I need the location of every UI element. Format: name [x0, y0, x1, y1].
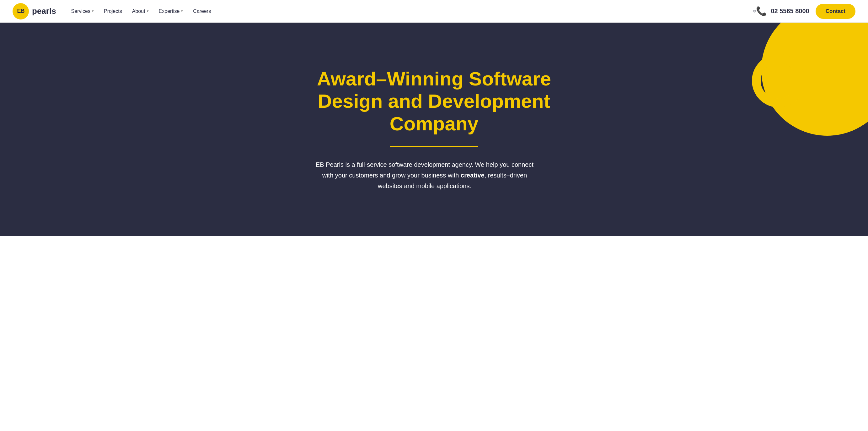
navbar-right: 📞 02 5565 8000 Contact	[753, 4, 856, 19]
nav-item-expertise[interactable]: Expertise ▾	[159, 8, 183, 14]
nav-link-projects[interactable]: Projects	[104, 8, 122, 14]
chevron-down-icon: ▾	[92, 9, 94, 13]
logo-text: pearls	[32, 6, 56, 16]
nav-link-expertise[interactable]: Expertise ▾	[159, 8, 183, 14]
nav-item-services[interactable]: Services ▾	[71, 8, 94, 14]
phone-area: 📞 02 5565 8000	[753, 4, 809, 18]
nav-links: Services ▾ Projects About ▾ Expertise ▾	[71, 8, 211, 14]
logo[interactable]: EB pearls	[12, 3, 56, 20]
chevron-down-icon: ▾	[147, 9, 149, 13]
hero-divider	[390, 146, 478, 147]
chevron-down-icon: ▾	[181, 9, 183, 13]
navbar-left: EB pearls Services ▾ Projects About ▾	[12, 3, 211, 20]
navbar: EB pearls Services ▾ Projects About ▾	[0, 0, 868, 23]
hero-description: EB Pearls is a full-service software dev…	[312, 159, 537, 191]
decorative-circle-ring	[752, 54, 805, 108]
nav-link-about[interactable]: About ▾	[132, 8, 149, 14]
hero-content: Award–Winning Software Design and Develo…	[312, 67, 556, 191]
phone-number: 02 5565 8000	[771, 7, 809, 15]
hero-title: Award–Winning Software Design and Develo…	[312, 67, 556, 135]
nav-item-projects[interactable]: Projects	[104, 8, 122, 14]
nav-link-careers[interactable]: Careers	[193, 8, 211, 14]
nav-item-careers[interactable]: Careers	[193, 8, 211, 14]
nav-item-about[interactable]: About ▾	[132, 8, 149, 14]
phone-icon: 📞	[753, 4, 767, 18]
logo-icon: EB	[12, 3, 29, 20]
nav-link-services[interactable]: Services ▾	[71, 8, 94, 14]
hero-section: Award–Winning Software Design and Develo…	[0, 23, 868, 236]
contact-button[interactable]: Contact	[815, 4, 856, 19]
phone-unicode-icon: 📞	[756, 6, 767, 16]
